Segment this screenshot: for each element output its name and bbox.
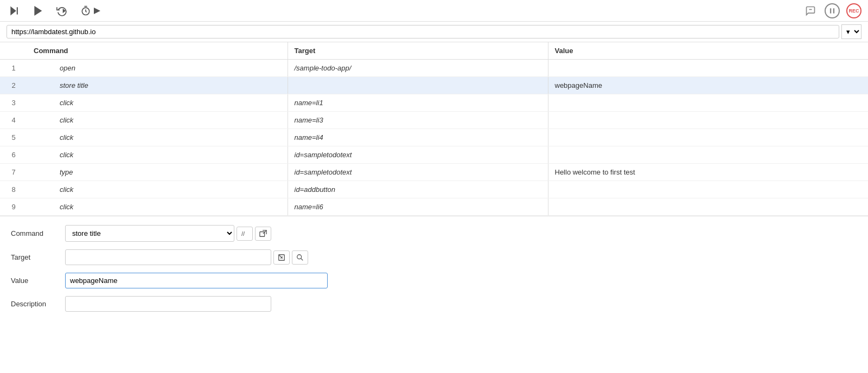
command-label: Command bbox=[11, 229, 60, 237]
description-input[interactable] bbox=[65, 296, 271, 312]
row-command: click bbox=[27, 146, 288, 164]
url-input[interactable] bbox=[7, 25, 839, 38]
url-dropdown[interactable]: ▾ bbox=[841, 24, 861, 39]
row-value bbox=[548, 198, 868, 216]
rec-badge: REC bbox=[846, 3, 861, 18]
target-row: Target bbox=[11, 249, 857, 265]
target-select-btn[interactable] bbox=[273, 250, 290, 265]
value-input[interactable] bbox=[65, 273, 328, 288]
command-row: Command store title // bbox=[11, 225, 857, 242]
row-num: 2 bbox=[0, 77, 27, 94]
row-num: 3 bbox=[0, 94, 27, 112]
comment-btn[interactable] bbox=[803, 3, 818, 18]
step-btn[interactable] bbox=[7, 3, 22, 18]
row-value bbox=[548, 129, 868, 146]
row-num: 7 bbox=[0, 164, 27, 181]
row-target: /sample-todo-app/ bbox=[288, 60, 548, 77]
table-row[interactable]: 9clickname=li6 bbox=[0, 198, 868, 216]
target-search-btn[interactable] bbox=[292, 250, 308, 265]
row-command: click bbox=[27, 181, 288, 198]
open-external-btn[interactable] bbox=[255, 227, 271, 241]
description-row: Description bbox=[11, 296, 857, 312]
table-row[interactable]: 8clickid=addbutton bbox=[0, 181, 868, 198]
row-target bbox=[288, 77, 548, 94]
command-control: store title // bbox=[65, 225, 271, 242]
row-command: click bbox=[27, 94, 288, 112]
pause-btn[interactable] bbox=[825, 3, 840, 18]
play-btn[interactable] bbox=[30, 3, 46, 18]
row-value bbox=[548, 112, 868, 129]
row-command: open bbox=[27, 60, 288, 77]
table-row[interactable]: 2store titlewebpageName bbox=[0, 77, 868, 94]
row-value bbox=[548, 94, 868, 112]
toolbar-right: REC bbox=[803, 3, 861, 18]
svg-rect-8 bbox=[830, 8, 831, 13]
row-target: name=li3 bbox=[288, 112, 548, 129]
svg-line-17 bbox=[301, 258, 303, 260]
commands-table-wrapper: Command Target Value 1open/sample-todo-a… bbox=[0, 42, 868, 216]
table-row[interactable]: 5clickname=li4 bbox=[0, 129, 868, 146]
svg-rect-9 bbox=[833, 8, 834, 13]
row-value: webpageName bbox=[548, 77, 868, 94]
row-num: 1 bbox=[0, 60, 27, 77]
row-target: name=li1 bbox=[288, 94, 548, 112]
row-command: click bbox=[27, 129, 288, 146]
row-command: click bbox=[27, 112, 288, 129]
row-value bbox=[548, 146, 868, 164]
row-target: id=sampletodotext bbox=[288, 146, 548, 164]
table-row[interactable]: 3clickname=li1 bbox=[0, 94, 868, 112]
row-target: name=li4 bbox=[288, 129, 548, 146]
col-header-num bbox=[0, 42, 27, 60]
col-header-value: Value bbox=[548, 42, 868, 60]
svg-marker-3 bbox=[63, 9, 65, 12]
row-num: 4 bbox=[0, 112, 27, 129]
row-command: click bbox=[27, 198, 288, 216]
col-header-command: Command bbox=[27, 42, 288, 60]
row-num: 6 bbox=[0, 146, 27, 164]
row-value: Hello welcome to first test bbox=[548, 164, 868, 181]
toolbar: REC bbox=[0, 0, 868, 22]
commands-table: Command Target Value 1open/sample-todo-a… bbox=[0, 42, 868, 216]
value-row: Value bbox=[11, 273, 857, 288]
row-value bbox=[548, 181, 868, 198]
target-control bbox=[65, 249, 271, 265]
table-row[interactable]: 4clickname=li3 bbox=[0, 112, 868, 129]
description-label: Description bbox=[11, 300, 60, 308]
replay-btn[interactable] bbox=[54, 3, 69, 18]
comment-inline-btn[interactable]: // bbox=[237, 227, 253, 241]
value-label: Value bbox=[11, 276, 60, 285]
col-header-target: Target bbox=[288, 42, 548, 60]
row-command: store title bbox=[27, 77, 288, 94]
table-row[interactable]: 1open/sample-todo-app/ bbox=[0, 60, 868, 77]
row-target: name=li6 bbox=[288, 198, 548, 216]
row-num: 5 bbox=[0, 129, 27, 146]
svg-marker-6 bbox=[94, 8, 100, 14]
url-bar: ▾ bbox=[0, 22, 868, 42]
timer-btn[interactable] bbox=[78, 3, 105, 18]
table-row[interactable]: 6clickid=sampletodotext bbox=[0, 146, 868, 164]
svg-point-16 bbox=[297, 254, 302, 259]
row-target: id=addbutton bbox=[288, 181, 548, 198]
svg-marker-2 bbox=[35, 7, 41, 15]
svg-text://: // bbox=[241, 230, 245, 237]
row-target: id=sampletodotext bbox=[288, 164, 548, 181]
target-input[interactable] bbox=[65, 249, 271, 265]
bottom-panel: Command store title // Target bbox=[0, 216, 868, 328]
command-select[interactable]: store title bbox=[65, 225, 234, 242]
row-command: type bbox=[27, 164, 288, 181]
row-num: 9 bbox=[0, 198, 27, 216]
table-row[interactable]: 7typeid=sampletodotextHello welcome to f… bbox=[0, 164, 868, 181]
row-value bbox=[548, 60, 868, 77]
target-label: Target bbox=[11, 253, 60, 261]
svg-marker-0 bbox=[11, 7, 15, 14]
row-num: 8 bbox=[0, 181, 27, 198]
